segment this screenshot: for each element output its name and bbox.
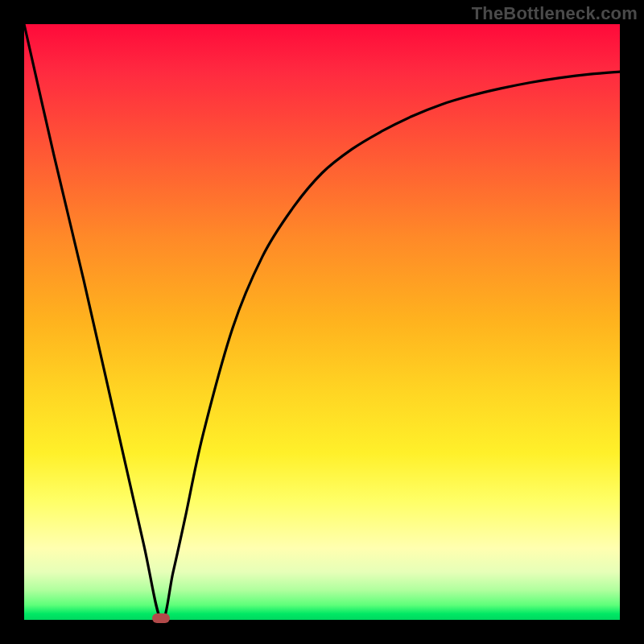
watermark-text: TheBottleneck.com [472,3,638,24]
bottleneck-curve [24,24,620,620]
minimum-marker [152,613,170,623]
chart-frame [24,24,620,620]
